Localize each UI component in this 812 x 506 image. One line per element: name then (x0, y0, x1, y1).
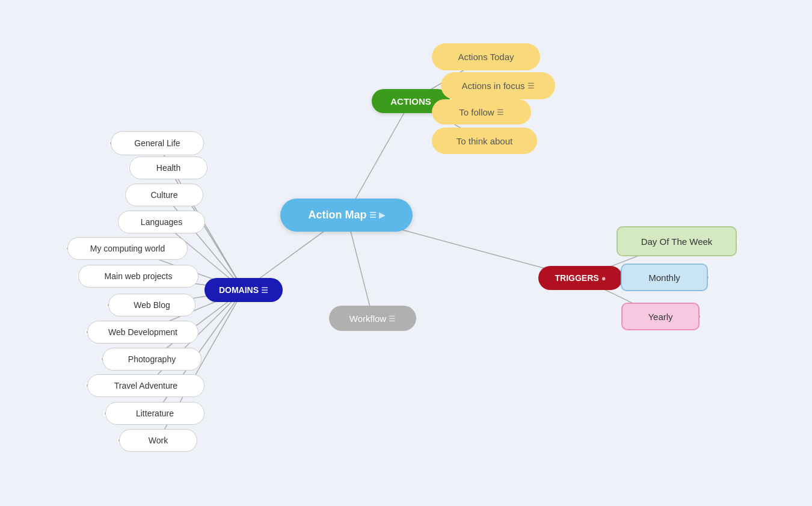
day-of-week-node[interactable]: Day Of The Week (617, 226, 737, 256)
domains-label: DOMAINS (219, 285, 259, 295)
svg-line-0 (346, 101, 411, 215)
yearly-label: Yearly (648, 312, 672, 322)
domains-icon: ☰ (261, 286, 268, 295)
litterature-label: Litterature (136, 409, 174, 418)
web-dev-node[interactable]: Web Development (87, 321, 198, 344)
actions-label: ACTIONS (390, 96, 431, 106)
yearly-node[interactable]: Yearly (621, 303, 700, 330)
photography-label: Photography (128, 354, 176, 364)
health-label: Health (156, 163, 180, 173)
monthly-label: Monthly (648, 273, 680, 283)
work-node[interactable]: Work (119, 429, 197, 452)
action-map-icon2: ▶ (379, 211, 385, 220)
culture-node[interactable]: Culture (125, 184, 203, 206)
to-think-label: To think about (457, 136, 512, 146)
action-map-icon1: ☰ (369, 211, 377, 220)
web-projects-node[interactable]: Main web projects (78, 265, 198, 288)
monthly-node[interactable]: Monthly (621, 264, 708, 291)
to-follow-icon: ☰ (497, 108, 504, 117)
actions-focus-node[interactable]: Actions in focus ☰ (441, 72, 555, 99)
to-follow-node[interactable]: To follow ☰ (432, 99, 531, 125)
action-map-label: Action Map (309, 209, 367, 221)
to-think-node[interactable]: To think about (432, 128, 537, 154)
health-node[interactable]: Health (129, 156, 208, 179)
travel-node[interactable]: Travel Adventure (87, 374, 205, 397)
work-label: Work (149, 436, 168, 445)
actions-today-node[interactable]: Actions Today (432, 43, 540, 70)
triggers-node[interactable]: TRIGGERS ● (538, 266, 623, 290)
workflow-label: Workflow (349, 313, 386, 324)
actions-focus-label: Actions in focus (461, 81, 524, 91)
general-life-node[interactable]: General Life (111, 131, 204, 155)
travel-label: Travel Adventure (114, 381, 177, 390)
web-projects-label: Main web projects (105, 271, 173, 281)
litterature-node[interactable]: Litterature (105, 402, 205, 425)
languages-node[interactable]: Languages (118, 211, 205, 233)
triggers-label: TRIGGERS (555, 273, 599, 283)
action-map-node[interactable]: Action Map ☰ ▶ (280, 199, 413, 232)
culture-label: Culture (150, 190, 177, 200)
day-of-week-label: Day Of The Week (641, 236, 713, 247)
triggers-icon: ● (601, 274, 606, 283)
photography-node[interactable]: Photography (102, 348, 201, 371)
workflow-node[interactable]: Workflow ☰ (329, 306, 416, 331)
web-dev-label: Web Development (108, 327, 177, 337)
workflow-icon: ☰ (389, 314, 396, 323)
computing-label: My computing world (90, 244, 165, 253)
web-blog-label: Web Blog (134, 300, 170, 310)
general-life-label: General Life (134, 138, 180, 148)
computing-node[interactable]: My computing world (67, 237, 188, 260)
domains-node[interactable]: DOMAINS ☰ (205, 278, 283, 302)
actions-focus-icon: ☰ (527, 81, 535, 90)
languages-label: Languages (141, 217, 182, 227)
to-follow-label: To follow (459, 107, 494, 117)
web-blog-node[interactable]: Web Blog (108, 294, 195, 316)
actions-today-label: Actions Today (458, 52, 514, 62)
